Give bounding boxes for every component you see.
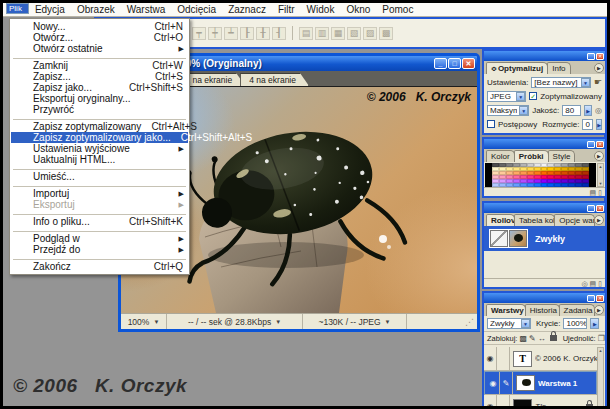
filesize-dropdown[interactable]: ~130K / -- JPEG ▼ — [303, 314, 407, 329]
scroll-down-icon[interactable]: ▼ — [599, 181, 603, 186]
layer-row-2[interactable]: ◉Tło — [484, 395, 597, 409]
file-menu-item-6[interactable]: Zapisz jako...Ctrl+Shift+S — [11, 82, 188, 93]
layers-tab-2[interactable]: Zadania — [559, 304, 595, 316]
file-menu-item-4[interactable]: ZamknijCtrl+W — [11, 60, 188, 71]
blur-input[interactable]: 0 — [582, 119, 593, 130]
file-menu-item-15[interactable]: Umieść... — [11, 171, 188, 182]
file-menu-item-1[interactable]: Otwórz...Ctrl+O — [11, 32, 188, 43]
file-menu-item-23[interactable]: Przejdź do▶ — [11, 244, 188, 255]
file-menu-item-10[interactable]: Zapisz zoptymalizowanyCtrl+Alt+S — [11, 121, 188, 132]
panel-minimize-button[interactable] — [587, 295, 595, 302]
link-cell[interactable] — [497, 347, 510, 370]
align-vcenter-icon[interactable]: ┿ — [208, 27, 222, 40]
layers-scrollbar[interactable]: ▲ ▼ — [597, 347, 604, 409]
menu-item-2[interactable]: Obrazek — [71, 3, 121, 16]
painting-brush-icon[interactable]: ✎ — [500, 372, 513, 394]
menu-item-5[interactable]: Zaznacz — [222, 3, 272, 16]
swatches-tab-2[interactable]: Style — [548, 150, 576, 162]
panel-close-button[interactable]: ✕ — [596, 295, 604, 302]
panel-close-button[interactable]: ✕ — [596, 141, 604, 148]
visibility-eye-icon[interactable]: ◉ — [487, 372, 500, 394]
rollover-tab-0[interactable]: Rollover — [486, 214, 515, 226]
file-menu-item-18[interactable]: Eksportuj▶ — [11, 199, 188, 210]
target-button[interactable]: ◎ — [581, 280, 587, 287]
menu-item-4[interactable]: Odcięcia — [171, 3, 222, 16]
droplet-hand-icon[interactable]: ☛ — [594, 77, 602, 87]
lock-all-icon[interactable] — [550, 335, 557, 341]
swatches-tab-1[interactable]: Próbki — [514, 150, 549, 162]
opacity-input[interactable]: 100% — [563, 318, 587, 329]
scroll-up-icon[interactable]: ▲ — [599, 164, 603, 169]
distribute-bottom-icon[interactable]: ▦ — [331, 27, 345, 40]
distribute-top-icon[interactable]: ▤ — [299, 27, 313, 40]
opacity-spinner[interactable]: ▶ — [590, 318, 599, 329]
settings-dropdown[interactable]: [Bez nazwy] ▼ — [531, 77, 591, 88]
scroll-up-icon[interactable]: ▲ — [599, 348, 603, 353]
quality-spinner[interactable]: ▶ — [584, 105, 592, 116]
rollover-tab-2[interactable]: Opcje warstwy — [554, 214, 595, 226]
swatch-scrollbar[interactable]: ▲ ▼ — [597, 163, 604, 187]
format-dropdown[interactable]: JPEG ▼ — [487, 91, 526, 102]
maximize-button[interactable]: □ — [448, 58, 461, 69]
quality-input[interactable]: 80 — [562, 105, 581, 116]
file-menu-item-22[interactable]: Podgląd w▶ — [11, 233, 188, 244]
panel-minimize-button[interactable] — [587, 205, 595, 212]
panel-close-button[interactable]: ✕ — [596, 205, 604, 212]
close-button[interactable]: ✕ — [462, 58, 475, 69]
new-swatch-button[interactable]: ▤ — [590, 189, 597, 196]
align-hcenter-icon[interactable]: ╂ — [256, 27, 270, 40]
optimize-tab-1[interactable]: Info — [547, 62, 570, 74]
trash-button[interactable]: ▯ — [598, 280, 602, 287]
visibility-eye-icon[interactable]: ◉ — [484, 395, 497, 409]
menu-item-0[interactable]: Plik — [6, 3, 29, 14]
menu-item-3[interactable]: Warstwa — [121, 3, 172, 16]
unify-position-icon[interactable]: ❐ — [598, 334, 605, 343]
lock-paint-icon[interactable]: ✎ — [529, 334, 536, 343]
distribute-vcenter-icon[interactable]: ▥ — [315, 27, 329, 40]
layers-tab-1[interactable]: Historia — [525, 304, 560, 316]
menu-item-1[interactable]: Edycja — [29, 3, 71, 16]
menu-item-8[interactable]: Okno — [340, 3, 376, 16]
quality-preset-dropdown[interactable]: Maksymalna ▼ — [487, 105, 529, 116]
file-menu-item-8[interactable]: Przywróć — [11, 104, 188, 115]
file-menu-item-25[interactable]: ZakończCtrl+Q — [11, 261, 188, 272]
view-tab-2[interactable]: 4 na ekranie — [240, 73, 309, 86]
distribute-left-icon[interactable]: ▧ — [347, 27, 361, 40]
minimize-button[interactable]: _ — [434, 58, 447, 69]
link-cell[interactable] — [497, 395, 510, 409]
menu-item-7[interactable]: Widok — [301, 3, 341, 16]
align-right-icon[interactable]: ┨ — [272, 27, 286, 40]
resize-grip[interactable]: ⋰ — [465, 317, 477, 327]
file-menu-item-2[interactable]: Otwórz ostatnie▶ — [11, 43, 188, 54]
panel-menu-button[interactable]: ▶ — [594, 215, 604, 225]
blur-spinner[interactable]: ▶ — [596, 119, 602, 130]
file-menu-item-12[interactable]: Ustawienia wyjściowe▶ — [11, 143, 188, 154]
rollover-state-row[interactable]: Zwykły — [484, 226, 605, 251]
panel-menu-button[interactable]: ▶ — [594, 305, 604, 315]
panel-minimize-button[interactable] — [587, 141, 595, 148]
file-menu-item-13[interactable]: Uaktualnij HTML... — [11, 154, 188, 165]
layer-row-1[interactable]: ◉✎Warstwa 1 — [484, 371, 597, 395]
optimize-tab-0[interactable]: ≎Optymalizuj — [486, 62, 548, 74]
panel-menu-button[interactable]: ▶ — [594, 63, 604, 73]
align-bottom-icon[interactable]: ┷ — [224, 27, 238, 40]
zoom-level-dropdown[interactable]: 100% ▼ — [121, 314, 167, 329]
panel-close-button[interactable]: ✕ — [596, 53, 604, 60]
visibility-eye-icon[interactable]: ◉ — [484, 347, 497, 370]
panel-minimize-button[interactable] — [587, 53, 595, 60]
distribute-right-icon[interactable]: ▩ — [379, 27, 393, 40]
layers-tab-0[interactable]: Warstwy — [486, 304, 526, 316]
panel-menu-button[interactable]: ▶ — [594, 151, 604, 161]
file-menu-item-0[interactable]: Nowy...Ctrl+N — [11, 21, 188, 32]
menu-item-6[interactable]: Filtr — [272, 3, 301, 16]
timing-dropdown[interactable]: -- / -- sek @ 28.8Kbps ▼ — [167, 314, 303, 329]
file-menu-item-17[interactable]: Importuj▶ — [11, 188, 188, 199]
trash-button[interactable]: ▯ — [598, 189, 602, 196]
swatches-tab-0[interactable]: Kolor — [486, 150, 515, 162]
distribute-hcenter-icon[interactable]: ▨ — [363, 27, 377, 40]
lock-move-icon[interactable]: ↔ — [538, 334, 546, 343]
menu-item-9[interactable]: Pomoc — [376, 3, 419, 16]
align-left-icon[interactable]: ┠ — [240, 27, 254, 40]
file-menu-item-5[interactable]: Zapisz...Ctrl+S — [11, 71, 188, 82]
blend-mode-dropdown[interactable]: Zwykły ▼ — [487, 318, 531, 329]
